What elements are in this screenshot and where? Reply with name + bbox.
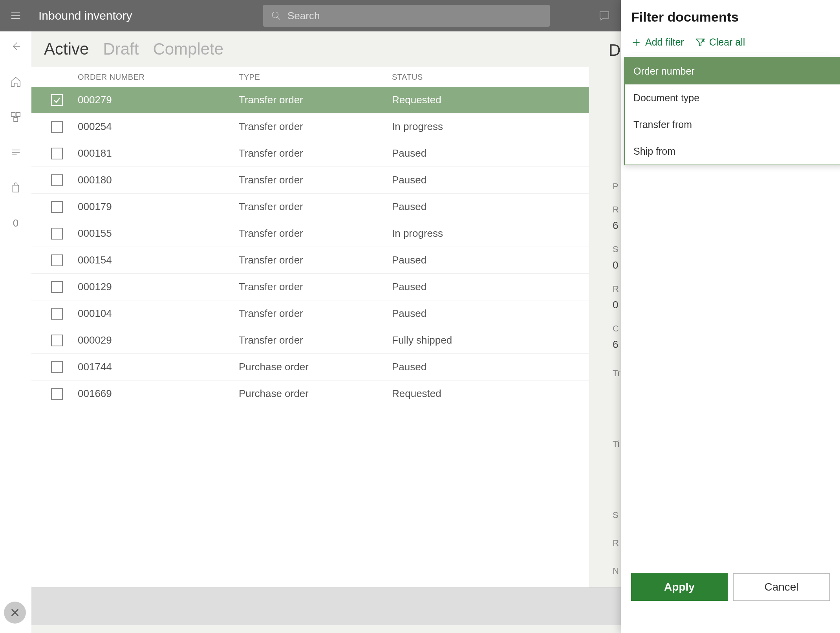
orders-table: ORDER NUMBER TYPE STATUS 000279Transfer … (31, 67, 589, 595)
cell-type: Transfer order (235, 174, 392, 186)
filter-panel-title: Filter documents (631, 9, 830, 25)
header-order[interactable]: ORDER NUMBER (78, 73, 145, 81)
row-checkbox[interactable] (51, 281, 63, 293)
cell-order-number: 000181 (78, 147, 235, 159)
chat-button[interactable] (597, 8, 612, 24)
row-checkbox[interactable] (51, 388, 63, 400)
svg-point-3 (272, 12, 278, 18)
header-status[interactable]: STATUS (392, 73, 423, 81)
plus-icon (631, 37, 641, 48)
cell-status: Paused (392, 147, 589, 159)
tab-draft[interactable]: Draft (103, 40, 139, 59)
apply-button[interactable]: Apply (631, 573, 728, 601)
search-input[interactable]: Search (263, 5, 550, 27)
cell-order-number: 000179 (78, 201, 235, 213)
cell-order-number: 000180 (78, 174, 235, 186)
cell-status: In progress (392, 121, 589, 133)
filter-panel-actions: Add filter Clear all (631, 37, 830, 53)
cell-order-number: 000155 (78, 227, 235, 240)
dropdown-option-order-number[interactable]: Order number (625, 58, 840, 84)
cell-status: Paused (392, 281, 589, 293)
cell-type: Transfer order (235, 307, 392, 320)
dropdown-option-document-type[interactable]: Document type (625, 84, 840, 111)
table-row[interactable]: 000154Transfer orderPaused (31, 247, 589, 274)
row-checkbox[interactable] (51, 94, 63, 106)
table-row[interactable]: 001669Purchase orderRequested (31, 381, 589, 407)
cell-order-number: 000254 (78, 121, 235, 133)
table-row[interactable]: 001744Purchase orderPaused (31, 354, 589, 381)
row-checkbox[interactable] (51, 361, 63, 373)
nav-list[interactable] (8, 145, 24, 160)
svg-line-4 (277, 17, 280, 20)
table-row[interactable]: 000129Transfer orderPaused (31, 274, 589, 300)
nav-rail: 0 (0, 31, 31, 633)
cell-order-number: 000029 (78, 334, 235, 346)
bag-icon (10, 182, 22, 194)
page-title: Inbound inventory (38, 9, 132, 22)
cell-status: Paused (392, 174, 589, 186)
table-row[interactable]: 000155Transfer orderIn progress (31, 220, 589, 247)
row-checkbox[interactable] (51, 148, 63, 159)
cell-status: Requested (392, 388, 589, 400)
tab-active[interactable]: Active (44, 40, 89, 59)
table-row[interactable]: 000181Transfer orderPaused (31, 140, 589, 167)
close-button[interactable] (4, 602, 26, 624)
cancel-button[interactable]: Cancel (733, 573, 830, 601)
nav-home[interactable] (8, 74, 24, 90)
clear-all-button[interactable]: Clear all (695, 37, 745, 48)
cell-type: Transfer order (235, 281, 392, 293)
filter-panel-buttons: Apply Cancel (631, 573, 830, 601)
row-checkbox[interactable] (51, 254, 63, 266)
cell-type: Transfer order (235, 147, 392, 159)
header-type[interactable]: TYPE (239, 73, 260, 81)
filter-field-dropdown[interactable]: Order number Document type Transfer from… (624, 57, 840, 165)
boxes-icon (10, 111, 22, 123)
nav-bag[interactable] (8, 180, 24, 196)
row-checkbox[interactable] (51, 174, 63, 186)
cell-type: Transfer order (235, 254, 392, 266)
nav-inventory[interactable] (8, 109, 24, 125)
row-checkbox[interactable] (51, 121, 63, 133)
cell-status: Paused (392, 201, 589, 213)
cell-order-number: 000129 (78, 281, 235, 293)
table-row[interactable]: 000279Transfer orderRequested (31, 87, 589, 113)
cell-type: Transfer order (235, 334, 392, 346)
row-checkbox[interactable] (51, 335, 63, 346)
row-checkbox[interactable] (51, 201, 63, 213)
svg-rect-8 (14, 117, 18, 121)
cell-type: Purchase order (235, 388, 392, 400)
search-icon (271, 11, 281, 21)
dropdown-option-transfer-from[interactable]: Transfer from (625, 111, 840, 138)
close-icon (9, 607, 20, 618)
add-filter-button[interactable]: Add filter (631, 37, 684, 48)
table-row[interactable]: 000179Transfer orderPaused (31, 194, 589, 220)
cell-order-number: 001669 (78, 388, 235, 400)
table-row[interactable]: 000180Transfer orderPaused (31, 167, 589, 194)
cell-order-number: 001744 (78, 361, 235, 373)
table-row[interactable]: 000254Transfer orderIn progress (31, 113, 589, 140)
cell-type: Transfer order (235, 227, 392, 240)
row-checkbox[interactable] (51, 308, 63, 320)
cell-status: In progress (392, 227, 589, 240)
cell-status: Requested (392, 94, 589, 106)
tab-complete[interactable]: Complete (153, 40, 223, 59)
table-row[interactable]: 000029Transfer orderFully shipped (31, 327, 589, 354)
nav-counter[interactable]: 0 (8, 215, 24, 231)
cell-order-number: 000154 (78, 254, 235, 266)
cell-type: Transfer order (235, 201, 392, 213)
back-button[interactable] (8, 38, 24, 54)
cell-order-number: 000279 (78, 94, 235, 106)
table-body: 000279Transfer orderRequested000254Trans… (31, 87, 589, 407)
cell-type: Transfer order (235, 121, 392, 133)
add-filter-label: Add filter (645, 37, 684, 48)
dropdown-option-ship-from[interactable]: Ship from (625, 138, 840, 165)
search-placeholder: Search (287, 10, 320, 22)
svg-rect-6 (11, 113, 15, 117)
table-row[interactable]: 000104Transfer orderPaused (31, 300, 589, 327)
cell-type: Transfer order (235, 94, 392, 106)
row-checkbox[interactable] (51, 228, 63, 240)
svg-rect-7 (16, 113, 20, 117)
cell-type: Purchase order (235, 361, 392, 373)
hamburger-icon (10, 10, 22, 22)
menu-button[interactable] (0, 0, 31, 31)
